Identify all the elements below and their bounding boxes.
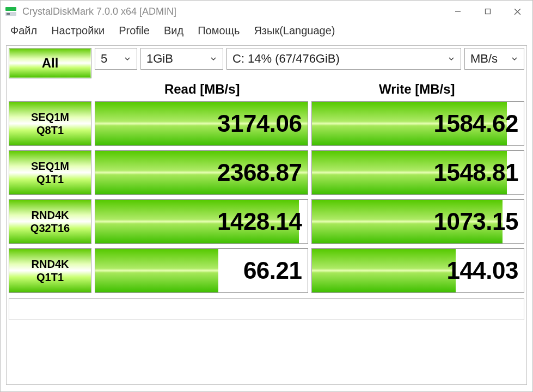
result-rows: SEQ1M Q8T1 3174.06 1584.62 SEQ1M Q1T1 bbox=[7, 100, 526, 295]
menu-file[interactable]: Файл bbox=[10, 24, 37, 37]
selectors: 5 1GiB C: 14% (67/476GiB) bbox=[95, 48, 524, 78]
menu-view[interactable]: Вид bbox=[164, 24, 183, 37]
read-value: 66.21 bbox=[243, 257, 302, 284]
svg-rect-2 bbox=[7, 13, 10, 15]
svg-rect-4 bbox=[485, 9, 490, 14]
chevron-down-icon bbox=[448, 55, 455, 63]
drive-value: C: 14% (67/476GiB) bbox=[232, 52, 340, 66]
maximize-button[interactable] bbox=[473, 1, 503, 22]
seq1m-q1t1-button[interactable]: SEQ1M Q1T1 bbox=[9, 150, 91, 195]
rnd4k-q32t16-button[interactable]: RND4K Q32T16 bbox=[9, 199, 91, 244]
menu-help[interactable]: Помощь bbox=[198, 24, 240, 37]
test-label-line2: Q1T1 bbox=[36, 173, 64, 186]
window-title: CrystalDiskMark 7.0.0 x64 [ADMIN] bbox=[22, 6, 443, 17]
svg-rect-0 bbox=[5, 7, 16, 11]
rnd4k-q1t1-button[interactable]: RND4K Q1T1 bbox=[9, 248, 91, 293]
read-bar bbox=[95, 249, 218, 292]
test-label-line2: Q32T16 bbox=[30, 222, 70, 235]
all-button[interactable]: All bbox=[9, 48, 91, 78]
test-label-line1: RND4K bbox=[32, 209, 69, 222]
read-header: Read [MB/s] bbox=[95, 82, 310, 97]
drive-select[interactable]: C: 14% (67/476GiB) bbox=[226, 48, 461, 70]
read-value: 2368.87 bbox=[217, 159, 302, 186]
write-result: 1548.81 bbox=[311, 150, 525, 195]
chevron-down-icon bbox=[210, 55, 217, 63]
read-result: 1428.14 bbox=[95, 199, 308, 244]
read-result: 3174.06 bbox=[95, 101, 308, 146]
read-result: 2368.87 bbox=[95, 150, 308, 195]
table-row: RND4K Q1T1 66.21 144.03 bbox=[9, 248, 524, 293]
top-controls-row: All 5 1GiB C: 14% (67/476GiB) bbox=[7, 46, 526, 78]
column-headers: Read [MB/s] Write [MB/s] bbox=[7, 78, 526, 100]
menu-profile[interactable]: Profile bbox=[119, 24, 150, 37]
status-row bbox=[9, 298, 524, 320]
write-bar bbox=[312, 249, 456, 292]
all-button-label: All bbox=[42, 56, 59, 71]
seq1m-q8t1-button[interactable]: SEQ1M Q8T1 bbox=[9, 101, 91, 146]
content-frame: All 5 1GiB C: 14% (67/476GiB) bbox=[6, 45, 527, 385]
write-result: 1073.15 bbox=[311, 199, 525, 244]
read-value: 1428.14 bbox=[217, 208, 302, 235]
write-value: 1584.62 bbox=[433, 110, 518, 137]
test-count-value: 5 bbox=[101, 52, 107, 66]
menubar: Файл Настройки Profile Вид Помощь Язык(L… bbox=[1, 22, 532, 43]
read-value: 3174.06 bbox=[217, 110, 302, 137]
test-label-line1: SEQ1M bbox=[31, 111, 69, 124]
unit-value: MB/s bbox=[470, 52, 498, 66]
chevron-down-icon bbox=[124, 55, 131, 63]
app-window: CrystalDiskMark 7.0.0 x64 [ADMIN] Файл Н… bbox=[0, 0, 533, 392]
test-size-select[interactable]: 1GiB bbox=[140, 48, 223, 70]
close-button[interactable] bbox=[503, 1, 532, 22]
app-icon bbox=[5, 5, 17, 17]
test-label-line1: SEQ1M bbox=[31, 160, 69, 173]
minimize-button[interactable] bbox=[443, 1, 473, 22]
test-size-value: 1GiB bbox=[146, 52, 173, 66]
chevron-down-icon bbox=[511, 55, 518, 63]
write-value: 1073.15 bbox=[433, 208, 518, 235]
table-row: RND4K Q32T16 1428.14 1073.15 bbox=[9, 199, 524, 244]
menu-settings[interactable]: Настройки bbox=[51, 24, 105, 37]
titlebar: CrystalDiskMark 7.0.0 x64 [ADMIN] bbox=[1, 1, 532, 22]
table-row: SEQ1M Q1T1 2368.87 1548.81 bbox=[9, 150, 524, 195]
write-value: 144.03 bbox=[446, 257, 518, 284]
test-label-line1: RND4K bbox=[32, 258, 69, 271]
write-result: 144.03 bbox=[311, 248, 525, 293]
write-result: 1584.62 bbox=[311, 101, 525, 146]
window-controls bbox=[443, 1, 532, 22]
read-result: 66.21 bbox=[95, 248, 308, 293]
table-row: SEQ1M Q8T1 3174.06 1584.62 bbox=[9, 101, 524, 146]
write-header: Write [MB/s] bbox=[310, 82, 525, 97]
write-value: 1548.81 bbox=[433, 159, 518, 186]
unit-select[interactable]: MB/s bbox=[464, 48, 524, 70]
test-count-select[interactable]: 5 bbox=[95, 48, 137, 70]
test-label-line2: Q1T1 bbox=[36, 271, 64, 284]
test-label-line2: Q8T1 bbox=[36, 124, 64, 137]
menu-language[interactable]: Язык(Language) bbox=[254, 24, 335, 37]
